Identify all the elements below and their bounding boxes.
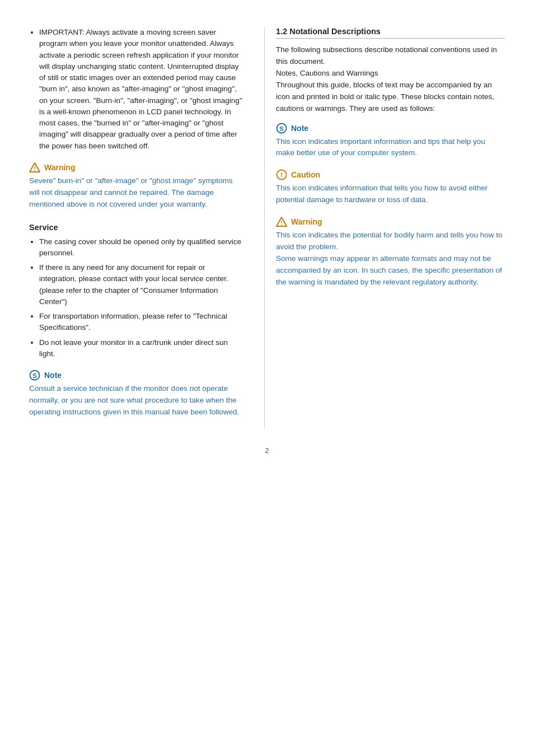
caution-box-right: ! Caution This icon indicates informatio… <box>276 169 505 206</box>
note-box-right: S Note This icon indicates important inf… <box>276 123 505 160</box>
caution-text-right: This icon indicates information that tel… <box>276 183 505 206</box>
warning-icon-1: ! <box>29 162 40 173</box>
section-title: 1.2 Notational Descriptions <box>276 27 505 39</box>
warning-icon-right: ! <box>276 216 287 227</box>
note-label-right: S Note <box>276 123 505 134</box>
warning-box-right: ! Warning This icon indicates the potent… <box>276 216 505 288</box>
intro-bullet-item: IMPORTANT: Always activate a moving scre… <box>39 27 244 152</box>
note-text-1: Consult a service technician if the moni… <box>29 383 244 418</box>
page-number: 2 <box>29 446 505 455</box>
svg-text:S: S <box>32 372 36 379</box>
note-box-1: S Note Consult a service technician if t… <box>29 370 244 418</box>
note-label-text-1: Note <box>44 371 62 380</box>
intro-bullet-list: IMPORTANT: Always activate a moving scre… <box>29 27 244 152</box>
svg-text:S: S <box>279 125 283 132</box>
note-label-1: S Note <box>29 370 244 381</box>
svg-text:!: ! <box>280 171 283 179</box>
service-item-1: If there is any need for any document fo… <box>39 262 244 307</box>
warning-label-text-1: Warning <box>44 163 75 172</box>
warning-box-1: ! Warning Severe" burn-in" or "after-ima… <box>29 162 244 211</box>
warning-label-1: ! Warning <box>29 162 244 173</box>
note-text-right: This icon indicates important informatio… <box>276 136 505 160</box>
service-title: Service <box>29 223 244 232</box>
caution-label-right: ! Caution <box>276 169 505 180</box>
service-item-0: The casing cover should be opened only b… <box>39 236 244 259</box>
right-column: 1.2 Notational Descriptions The followin… <box>264 27 505 428</box>
left-column: IMPORTANT: Always activate a moving scre… <box>29 27 264 428</box>
service-item-2: For transportation information, please r… <box>39 311 244 334</box>
warning-label-right: ! Warning <box>276 216 505 227</box>
warning-text-1: Severe" burn-in" or "after-image" or "gh… <box>29 175 244 211</box>
svg-text:!: ! <box>280 220 282 226</box>
two-column-layout: IMPORTANT: Always activate a moving scre… <box>29 27 505 428</box>
intro-text: The following subsections describe notat… <box>276 44 505 115</box>
page: IMPORTANT: Always activate a moving scre… <box>0 0 534 756</box>
service-section: Service The casing cover should be opene… <box>29 223 244 360</box>
note-icon-1: S <box>29 370 40 381</box>
service-item-3: Do not leave your monitor in a car/trunk… <box>39 337 244 360</box>
warning-text-right: This icon indicates the potential for bo… <box>276 230 505 288</box>
warning-label-text-right: Warning <box>291 217 322 226</box>
note-icon-right: S <box>276 123 287 134</box>
svg-text:!: ! <box>34 165 35 171</box>
service-bullet-list: The casing cover should be opened only b… <box>29 236 244 360</box>
note-label-text-right: Note <box>291 124 308 133</box>
caution-label-text-right: Caution <box>291 170 320 179</box>
caution-icon-right: ! <box>276 169 287 180</box>
